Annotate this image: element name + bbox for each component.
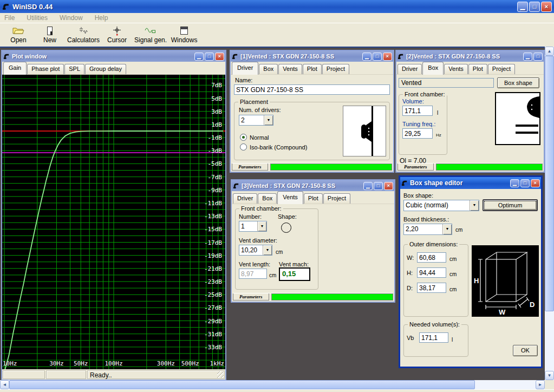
radio-normal[interactable]: Normal bbox=[240, 134, 269, 141]
parameters-bar: Parameters bbox=[397, 163, 543, 171]
maximize-button[interactable]: □ bbox=[520, 179, 530, 187]
parameters-tab[interactable]: Parameters bbox=[232, 164, 268, 171]
tab-driver[interactable]: Driver bbox=[397, 64, 422, 74]
scroll-right-icon[interactable]: ► bbox=[536, 380, 545, 389]
restore-button[interactable]: □ bbox=[529, 2, 540, 12]
vertical-scrollbar[interactable]: ▲ ▼ bbox=[545, 47, 554, 380]
menu-file[interactable]: File bbox=[4, 14, 15, 22]
box-shape-combo[interactable]: Cubic (normal) ▼ bbox=[403, 200, 479, 211]
close-button[interactable]: × bbox=[531, 179, 540, 187]
open-button[interactable]: Open bbox=[4, 24, 32, 46]
ok-button[interactable]: OK bbox=[513, 345, 538, 356]
maximize-button[interactable]: □ bbox=[533, 53, 543, 61]
plot-window-titlebar[interactable]: Plot window ▁ □ × bbox=[2, 51, 225, 62]
tab-plot[interactable]: Plot bbox=[304, 193, 323, 204]
minimize-button[interactable]: ▁ bbox=[510, 179, 519, 187]
maximize-button[interactable]: □ bbox=[373, 53, 382, 61]
combo-dropdown-icon[interactable]: ▼ bbox=[264, 115, 273, 125]
tab-phase-plot[interactable]: Phase plot bbox=[27, 64, 64, 74]
parameters-tab[interactable]: Parameters bbox=[397, 164, 434, 171]
vents-window-titlebar[interactable]: [3]Vented : STX GDN 27-150-8 SS ▁ □ × bbox=[232, 180, 394, 191]
volume-label[interactable]: Volume: bbox=[402, 98, 424, 104]
minimize-button[interactable]: ▁ bbox=[517, 2, 528, 12]
tab-driver[interactable]: Driver bbox=[232, 62, 258, 75]
board-thickness-combo[interactable]: 2,20 ▼ bbox=[403, 224, 452, 235]
minimize-button[interactable]: ▁ bbox=[363, 182, 373, 190]
depth-label: D: bbox=[407, 285, 413, 291]
tab-spl[interactable]: SPL bbox=[64, 64, 84, 74]
tab-box[interactable]: Box bbox=[259, 64, 278, 74]
combo-dropdown-icon[interactable]: ▼ bbox=[442, 224, 452, 234]
vent-length-input[interactable] bbox=[239, 269, 267, 279]
close-button[interactable]: × bbox=[383, 53, 392, 61]
plot-tabs: Gain Phase plot SPL Group delay bbox=[2, 62, 225, 75]
maximize-button[interactable]: □ bbox=[205, 53, 214, 61]
vertical-scrollbar-track[interactable] bbox=[545, 311, 554, 371]
optimum-button[interactable]: Optimum bbox=[483, 199, 538, 211]
driver-name-input[interactable] bbox=[234, 84, 390, 95]
parameters-tab[interactable]: Parameters bbox=[233, 293, 269, 300]
tab-vents[interactable]: Vents bbox=[444, 64, 468, 74]
vent-number-combo[interactable]: 1 ▼ bbox=[239, 221, 267, 232]
tab-box[interactable]: Box bbox=[422, 62, 444, 75]
horizontal-scrollbar[interactable]: ◄ ► bbox=[0, 380, 545, 389]
radio-isobarik[interactable]: Iso-barik (Compound) bbox=[240, 143, 307, 151]
vb-input[interactable] bbox=[419, 332, 448, 343]
combo-dropdown-icon[interactable]: ▼ bbox=[470, 200, 479, 211]
minimize-button[interactable]: ▁ bbox=[362, 53, 371, 61]
tab-driver[interactable]: Driver bbox=[233, 193, 257, 204]
close-button[interactable]: × bbox=[541, 2, 552, 12]
tuning-freq-label[interactable]: Tuning freq.: bbox=[402, 121, 435, 127]
menu-window[interactable]: Window bbox=[60, 14, 83, 22]
combo-dropdown-icon[interactable]: ▼ bbox=[263, 245, 272, 255]
box-shape-editor-titlebar[interactable]: Box shape editor ▁ □ × bbox=[400, 177, 541, 189]
windows-button[interactable]: Windows bbox=[170, 24, 198, 46]
calculators-icon bbox=[77, 26, 89, 36]
close-button[interactable]: × bbox=[215, 53, 224, 61]
scroll-up-icon[interactable]: ▲ bbox=[545, 47, 554, 56]
menubar: File Utilities Window Help bbox=[0, 13, 554, 23]
gain-plot-canvas[interactable]: 7dB5dB3dB1dB-1dB-3dB-5dB-7dB-9dB-11dB-13… bbox=[2, 75, 225, 369]
box-shape-button[interactable]: Box shape bbox=[497, 77, 539, 88]
needed-volume-group: Needed volume(s): Vb l bbox=[403, 324, 468, 357]
tab-vents[interactable]: Vents bbox=[277, 191, 303, 204]
tab-plot[interactable]: Plot bbox=[468, 64, 487, 74]
shape-label: Shape: bbox=[278, 213, 297, 220]
vent-diameter-combo[interactable]: 10,20 ▼ bbox=[239, 245, 272, 256]
width-input[interactable] bbox=[417, 252, 446, 263]
menu-help[interactable]: Help bbox=[95, 14, 108, 22]
height-input[interactable] bbox=[417, 267, 446, 278]
scroll-down-icon[interactable]: ▼ bbox=[545, 371, 554, 380]
resize-grip[interactable] bbox=[217, 371, 224, 378]
tab-gain[interactable]: Gain bbox=[3, 62, 27, 75]
maximize-button[interactable]: □ bbox=[374, 182, 383, 190]
new-button[interactable]: New bbox=[36, 24, 64, 46]
cursor-button[interactable]: Cursor bbox=[103, 24, 131, 46]
close-button[interactable]: × bbox=[384, 182, 393, 190]
signal-gen-button[interactable]: Signal gen. bbox=[134, 24, 167, 46]
signal-generator-icon bbox=[144, 26, 157, 36]
num-drivers-combo[interactable]: 2 ▼ bbox=[239, 115, 273, 126]
main-titlebar[interactable]: WinISD 0.44 ▁ □ × bbox=[0, 0, 554, 13]
calculators-button[interactable]: Calculators bbox=[67, 24, 100, 46]
tab-project[interactable]: Project bbox=[488, 64, 515, 74]
driver-window-titlebar[interactable]: [1]Vented : STX GDN 27-150-8 SS ▁ □ × bbox=[231, 51, 393, 62]
box-window-titlebar[interactable]: [2]Vented : STX GDN 27-150-8 SS ▁ □ bbox=[396, 51, 544, 62]
tab-project[interactable]: Project bbox=[322, 64, 349, 74]
tab-group-delay[interactable]: Group delay bbox=[85, 64, 126, 74]
tab-box[interactable]: Box bbox=[258, 193, 277, 204]
minimize-button[interactable]: ▁ bbox=[194, 53, 204, 61]
tab-project[interactable]: Project bbox=[323, 193, 350, 204]
depth-input[interactable] bbox=[417, 283, 446, 293]
horizontal-scrollbar-track[interactable] bbox=[475, 380, 536, 389]
tab-plot[interactable]: Plot bbox=[303, 64, 322, 74]
tab-vents[interactable]: Vents bbox=[278, 64, 302, 74]
scroll-left-icon[interactable]: ◄ bbox=[0, 380, 9, 389]
menu-utilities[interactable]: Utilities bbox=[27, 14, 48, 22]
volume-input[interactable] bbox=[402, 106, 433, 116]
tuning-freq-input[interactable] bbox=[402, 128, 433, 139]
combo-dropdown-icon[interactable]: ▼ bbox=[257, 221, 266, 231]
minimize-button[interactable]: ▁ bbox=[523, 53, 532, 61]
horizontal-scrollbar-thumb[interactable] bbox=[9, 380, 475, 389]
vertical-scrollbar-thumb[interactable] bbox=[545, 56, 554, 311]
